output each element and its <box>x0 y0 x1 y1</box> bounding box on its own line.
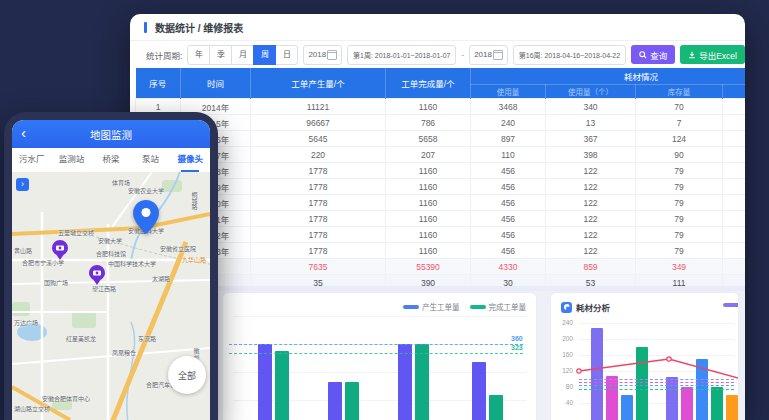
table-cell: 7635 <box>251 259 386 275</box>
table-cell: 124 <box>636 131 723 147</box>
calendar-icon <box>493 50 503 60</box>
table-cell: 122 <box>546 163 636 179</box>
end-year-select[interactable]: 2018 <box>469 45 508 65</box>
tab-泵站[interactable]: 泵站 <box>131 148 171 172</box>
desktop-window: 数据统计 / 维修报表 统计周期: 年季月周日 2018 第1周: 2018-0… <box>130 14 745 420</box>
tab-桥梁[interactable]: 桥梁 <box>91 148 131 172</box>
table-row: 62019年177811604561227967 <box>136 179 746 195</box>
table-cell: 456 <box>471 163 546 179</box>
table-cell: 1778 <box>251 179 386 195</box>
table-cell: 456 <box>471 227 546 243</box>
map-label: 万达广场 <box>14 318 38 327</box>
table-cell: 7 <box>636 115 723 131</box>
reference-line <box>229 344 523 345</box>
show-all-button[interactable]: 全部 <box>168 356 206 394</box>
table-cell: 1160 <box>386 211 471 227</box>
chart-bar <box>472 362 486 420</box>
chart-bar <box>328 382 342 420</box>
table-cell: 90 <box>636 147 723 163</box>
table-cell: 3468 <box>471 99 546 115</box>
table-cell: 79 <box>636 243 723 259</box>
table-cell: 398 <box>546 147 636 163</box>
tab-监测站[interactable]: 监测站 <box>52 148 92 172</box>
calendar-icon <box>327 50 337 60</box>
table-cell: 67 <box>723 195 746 211</box>
breadcrumb[interactable]: 数据统计 / 维修报表 <box>155 20 243 35</box>
consumables-chart-card: 耗材分析 2402001601208040 <box>550 292 739 420</box>
export-excel-button[interactable]: 导出Excel <box>680 45 745 64</box>
search-icon <box>639 51 647 59</box>
reference-line <box>579 385 734 386</box>
map-label: 桐城路 <box>190 192 199 210</box>
range-separator: - <box>461 50 464 59</box>
table-cell: 859 <box>546 259 636 275</box>
camera-pin[interactable] <box>89 265 105 285</box>
table-cell: 5645 <box>251 131 386 147</box>
table-cell: 207 <box>386 147 471 163</box>
table-row: 52018年177811604561227967 <box>136 163 746 179</box>
period-option-年[interactable]: 年 <box>187 45 210 65</box>
table-cell: 456 <box>471 243 546 259</box>
phone-screen: ‹ 地图监测 污水厂监测站桥梁泵站摄像头 <box>12 120 210 420</box>
camera-pin[interactable] <box>52 240 68 260</box>
sub-col-2: 库存量 <box>636 85 723 99</box>
table-cell: 1778 <box>251 163 386 179</box>
gridline <box>233 316 526 317</box>
period-option-月[interactable]: 月 <box>231 45 254 65</box>
table-cell: 1160 <box>386 227 471 243</box>
table-cell: 79 <box>636 211 723 227</box>
period-option-周[interactable]: 周 <box>253 45 276 65</box>
start-year-select[interactable]: 2018 <box>303 45 342 65</box>
map-label: 中国科学技术大学 <box>108 259 156 268</box>
period-label: 统计周期: <box>146 49 182 61</box>
table-row: 92022年177811604561227967 <box>136 227 746 243</box>
table-cell: 1778 <box>251 211 386 227</box>
phone-page-title: 地图监测 <box>90 127 132 142</box>
map-label: 凤凰粮仓 <box>112 348 136 357</box>
table-cell: 1160 <box>386 195 471 211</box>
table-cell: 1160 <box>386 163 471 179</box>
chart-bar <box>345 382 359 420</box>
period-option-日[interactable]: 日 <box>275 45 298 65</box>
table-cell: 79 <box>636 195 723 211</box>
reference-label: 323 <box>511 344 523 351</box>
table-cell: 13 <box>546 115 636 131</box>
start-week-input[interactable]: 第1周: 2018-01-01~2018-01-07 <box>347 45 456 65</box>
table-cell: 79 <box>636 163 723 179</box>
map[interactable]: 五里墩立交桥体育场安徽农业大学桐城路合肥市宁溪小学安徽医科大学安徽大学合肥科技馆… <box>12 172 210 420</box>
chart-bar <box>726 395 738 420</box>
breadcrumb-accent-bar <box>144 22 147 33</box>
map-label: 安徽农业大学 <box>128 186 164 195</box>
y-axis-tick: 160 <box>555 351 573 358</box>
tab-污水厂[interactable]: 污水厂 <box>12 148 52 172</box>
query-button[interactable]: 查询 <box>631 45 675 64</box>
table-cell: 1160 <box>386 179 471 195</box>
filter-bar: 统计周期: 年季月周日 2018 第1周: 2018-01-01~2018-01… <box>130 41 745 68</box>
end-week-input[interactable]: 第16周: 2018-04-16~2018-04-22 <box>513 45 626 65</box>
table-cell: 122 <box>546 243 636 259</box>
back-icon[interactable]: ‹ <box>21 124 26 142</box>
table-cell: 129 <box>723 131 746 147</box>
table-cell: 96667 <box>251 115 386 131</box>
map-label: 合肥科技馆 <box>96 249 126 258</box>
col-header-time: 时间 <box>181 68 251 99</box>
reference-line <box>579 389 734 390</box>
phone-tab-bar: 污水厂监测站桥梁泵站摄像头 <box>12 148 210 173</box>
table-cell: 1778 <box>251 227 386 243</box>
y-axis-tick: 200 <box>555 335 573 342</box>
tab-摄像头[interactable]: 摄像头 <box>170 148 210 172</box>
map-label: 安徽合肥体育中心 <box>42 394 90 403</box>
chart-bar <box>415 344 429 420</box>
selected-location-pin[interactable] <box>133 200 159 234</box>
sub-col-0: 使用量 <box>471 85 546 99</box>
table-cell: 11121 <box>251 99 386 115</box>
map-label: 五里墩立交桥 <box>58 228 94 237</box>
right-chart-legend-stub <box>723 303 739 307</box>
map-label: 湖山路立交桥 <box>14 404 50 413</box>
table-cell: 79 <box>636 179 723 195</box>
period-option-季[interactable]: 季 <box>209 45 232 65</box>
table-cell: 19 <box>723 147 746 163</box>
expand-panel-button[interactable]: › <box>16 178 29 191</box>
col-header-done: 工单完成量/个 <box>386 68 471 99</box>
reference-line <box>229 353 523 354</box>
